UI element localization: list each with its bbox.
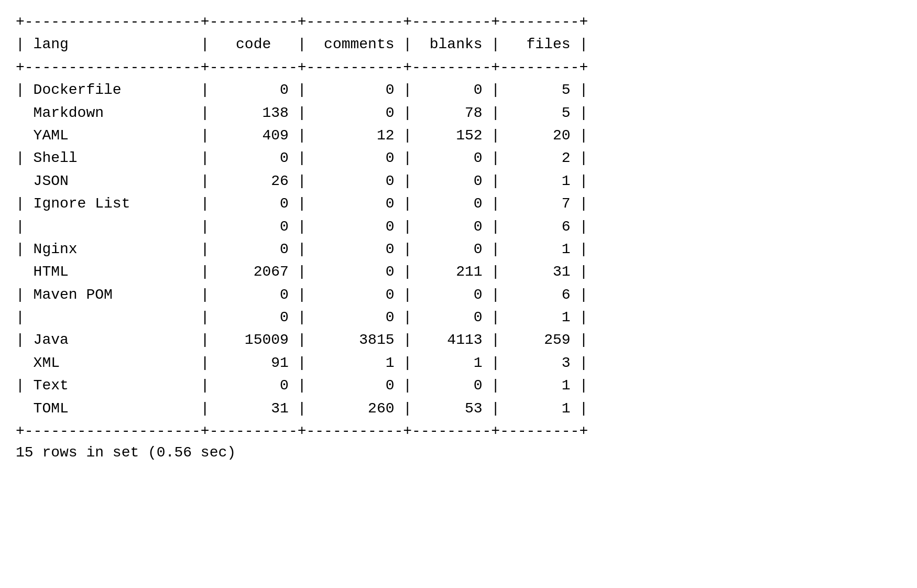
table-content: +--------------------+----------+-------…: [16, 10, 901, 442]
main-table: +--------------------+----------+-------…: [16, 10, 901, 461]
footer-text: 15 rows in set (0.56 sec): [16, 444, 901, 461]
